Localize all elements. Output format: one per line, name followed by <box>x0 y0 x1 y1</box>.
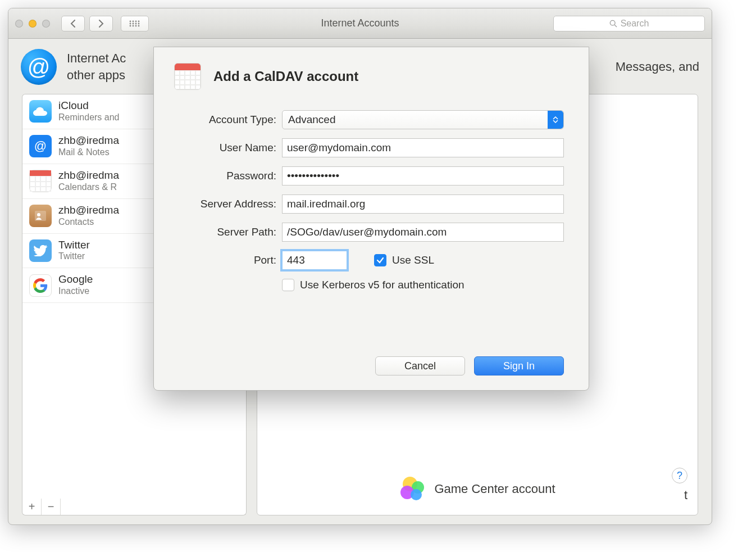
svg-point-12 <box>610 20 615 25</box>
dialog-title: Add a CalDAV account <box>213 69 358 84</box>
mail-account-icon: @ <box>29 135 52 157</box>
search-input[interactable]: Search <box>553 16 705 31</box>
svg-point-2 <box>135 20 137 22</box>
icloud-icon <box>29 100 52 123</box>
server-path-input[interactable] <box>282 223 564 242</box>
dialog-buttons: Cancel Sign In <box>174 356 564 375</box>
svg-point-3 <box>138 20 140 22</box>
label-port: Port: <box>174 254 276 266</box>
add-account-button[interactable]: + <box>22 499 42 515</box>
kerberos-checkbox[interactable] <box>282 279 294 291</box>
back-button[interactable] <box>61 16 85 31</box>
sidebar-footer: + − <box>22 499 247 515</box>
add-caldav-dialog: Add a CalDAV account Account Type: Advan… <box>153 47 589 391</box>
titlebar: Internet Accounts Search <box>8 8 712 39</box>
header-tail: Messages, and <box>616 58 699 75</box>
svg-point-15 <box>37 213 40 216</box>
calendar-account-icon <box>29 170 52 192</box>
use-ssl-label: Use SSL <box>392 254 434 266</box>
account-sub: Calendars & R <box>58 182 119 193</box>
header-line2: other apps <box>67 67 126 84</box>
search-placeholder: Search <box>621 19 649 29</box>
account-name: Twitter <box>58 239 90 251</box>
server-address-input[interactable] <box>282 194 564 214</box>
header-line1: Internet Ac <box>67 50 126 67</box>
account-sub: Reminders and <box>58 112 120 123</box>
calendar-icon <box>174 63 201 90</box>
use-ssl-row[interactable]: Use SSL <box>374 254 434 266</box>
twitter-icon <box>29 239 52 262</box>
svg-point-4 <box>130 22 131 24</box>
account-sub: Inactive <box>58 286 93 297</box>
port-input[interactable] <box>282 251 347 270</box>
svg-point-7 <box>138 22 140 24</box>
gamecenter-label: Game Center account <box>434 482 555 496</box>
svg-point-5 <box>133 22 134 24</box>
account-name: Google <box>58 274 93 286</box>
svg-point-0 <box>130 20 131 22</box>
show-all-button[interactable] <box>121 16 149 31</box>
account-type-value: Advanced <box>288 114 336 126</box>
password-input[interactable] <box>282 166 564 185</box>
label-server-address: Server Address: <box>174 198 276 210</box>
label-server-path: Server Path: <box>174 226 276 238</box>
gamecenter-row[interactable]: Game Center account <box>399 476 555 503</box>
remove-account-button[interactable]: − <box>42 499 61 515</box>
account-sub: Twitter <box>58 251 90 262</box>
use-ssl-checkbox[interactable] <box>374 254 386 266</box>
svg-line-13 <box>614 25 617 27</box>
label-username: User Name: <box>174 142 276 154</box>
window-controls <box>15 20 50 28</box>
account-name: iCloud <box>58 100 120 112</box>
sign-in-button[interactable]: Sign In <box>474 356 564 375</box>
other-account-tail: t <box>684 488 687 503</box>
kerberos-label: Use Kerberos v5 for authentication <box>300 279 464 291</box>
cancel-button[interactable]: Cancel <box>375 356 465 375</box>
username-input[interactable] <box>282 138 564 157</box>
google-icon <box>29 274 52 297</box>
svg-point-9 <box>133 25 134 26</box>
label-account-type: Account Type: <box>174 114 276 126</box>
account-name: zhb@iredma <box>58 205 119 216</box>
label-password: Password: <box>174 170 276 182</box>
zoom-window-button[interactable] <box>42 20 50 28</box>
svg-point-10 <box>135 25 137 26</box>
svg-point-11 <box>138 25 140 26</box>
svg-point-8 <box>130 25 131 26</box>
close-window-button[interactable] <box>15 20 23 28</box>
svg-point-6 <box>135 22 137 24</box>
account-name: zhb@iredma <box>58 135 119 147</box>
forward-button[interactable] <box>89 16 113 31</box>
minimize-window-button[interactable] <box>29 20 37 28</box>
gamecenter-icon <box>399 476 426 503</box>
preferences-window: Internet Accounts Search @ Internet Ac o… <box>8 8 712 525</box>
contacts-account-icon <box>29 205 52 227</box>
account-sub: Contacts <box>58 216 119 228</box>
account-name: zhb@iredma <box>58 170 119 182</box>
account-type-select[interactable]: Advanced <box>282 110 564 129</box>
dialog-form: Account Type: Advanced User Name: Passwo… <box>174 110 568 375</box>
internet-accounts-icon: @ <box>21 49 57 85</box>
dialog-header: Add a CalDAV account <box>174 63 568 90</box>
select-arrows-icon <box>548 111 563 129</box>
nav-buttons <box>61 16 115 31</box>
kerberos-row[interactable]: Use Kerberos v5 for authentication <box>282 279 464 291</box>
help-button[interactable]: ? <box>672 468 687 483</box>
account-sub: Mail & Notes <box>58 147 119 158</box>
svg-point-1 <box>133 20 134 22</box>
